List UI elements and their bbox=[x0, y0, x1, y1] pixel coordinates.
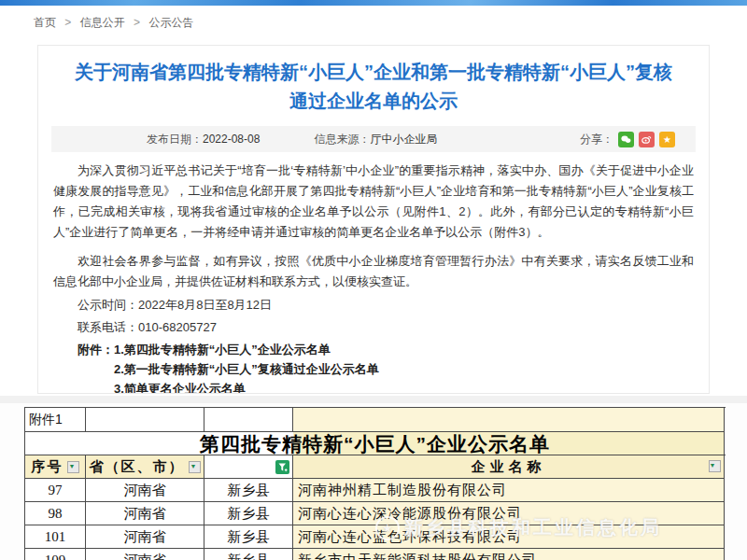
filter-dropdown-icon[interactable]: ▼ bbox=[67, 461, 79, 473]
watermark-logo-icon: ★ bbox=[375, 516, 400, 540]
attachment1-label: 附件1 bbox=[25, 408, 86, 432]
attachments-block: 附件： 1.第四批专精特新“小巨人”企业公示名单 2.第一批专精特新“小巨人”复… bbox=[53, 340, 694, 394]
breadcrumb-info-disclosure[interactable]: 信息公开 bbox=[80, 16, 125, 29]
cell-index: 98 bbox=[25, 502, 86, 525]
cell-city: 新乡县 bbox=[204, 525, 293, 549]
breadcrumb-separator: > bbox=[134, 16, 140, 29]
info-source-label: 信息来源： bbox=[314, 133, 370, 146]
attachment-link-2[interactable]: 2.第一批专精特新“小巨人”复核通过企业公示名单 bbox=[114, 359, 379, 379]
breadcrumb-home[interactable]: 首页 bbox=[34, 16, 56, 29]
breadcrumb-current: 公示公告 bbox=[148, 16, 193, 29]
cell-company: 新乡市中天新能源科技股份有限公司 bbox=[293, 549, 725, 560]
top-nav-strip bbox=[0, 0, 747, 6]
cell-province: 河南省 bbox=[86, 525, 204, 549]
cell-city: 新乡县 bbox=[204, 479, 293, 502]
empty-cell bbox=[86, 408, 204, 432]
attachment-link-3[interactable]: 3.简单更名企业公示名单 bbox=[114, 379, 379, 394]
table-header-row: 序号 ▼ 省（区、市） ▼ 企业名称 ▼ bbox=[25, 455, 726, 479]
contact-phone-line: 联系电话：010-68205727 bbox=[53, 317, 694, 337]
table-row: 109 河南省 新乡县 新乡市中天新能源科技股份有限公司 bbox=[25, 549, 726, 560]
favorite-star-icon[interactable]: ★ bbox=[659, 132, 675, 147]
paragraph: 欢迎社会各界参与监督，如有异议，按照《优质中小企业梯度培育管理暂行办法》中有关要… bbox=[53, 251, 694, 292]
column-header-province: 省（区、市） ▼ bbox=[86, 455, 204, 479]
page: 首页 > 信息公开 > 公示公告 关于河南省第四批专精特新“小巨人”企业和第一批… bbox=[0, 0, 747, 560]
article-body: 为深入贯彻习近平总书记关于“培育一批‘专精特新’中小企业”的重要指示精神，落实中… bbox=[38, 161, 709, 394]
cell-province: 河南省 bbox=[86, 502, 204, 525]
column-header-company: 企业名称 ▼ bbox=[293, 455, 725, 479]
notice-period-line: 公示时间：2022年8月8日至8月12日 bbox=[53, 295, 694, 315]
info-source-value: 厅中小企业局 bbox=[370, 133, 437, 146]
publish-date: 发布日期：2022-08-08 bbox=[147, 132, 260, 147]
cell-company: 河南神州精工制造股份有限公司 bbox=[293, 479, 725, 502]
watermark: ★ 新乡县科技和工业信息化局 bbox=[375, 515, 662, 540]
cell-province: 河南省 bbox=[86, 549, 204, 560]
filter-dropdown-icon[interactable]: ▼ bbox=[709, 460, 721, 472]
column-header-index-label: 序号 bbox=[32, 458, 63, 476]
table-title-row: 第四批专精特新“小巨人”企业公示名单 bbox=[25, 432, 726, 455]
share-bar: 分享： ★ bbox=[580, 132, 675, 147]
paragraph: 为深入贯彻习近平总书记关于“培育一批‘专精特新’中小企业”的重要指示精神，落实中… bbox=[53, 161, 694, 243]
attachment-label-row: 附件1 bbox=[25, 408, 726, 432]
table-title: 第四批专精特新“小巨人”企业公示名单 bbox=[25, 432, 725, 455]
column-header-province-label: 省（区、市） bbox=[90, 458, 185, 476]
article-meta-bar: 发布日期：2022-08-08 信息来源：厅中小企业局 分享： ★ bbox=[51, 126, 696, 152]
share-label: 分享： bbox=[580, 132, 613, 147]
filter-dropdown-icon[interactable]: ▼ bbox=[189, 461, 201, 473]
cell-index: 101 bbox=[25, 525, 86, 549]
empty-cell bbox=[204, 408, 293, 432]
breadcrumb-separator: > bbox=[64, 16, 71, 29]
breadcrumb: 首页 > 信息公开 > 公示公告 bbox=[34, 15, 193, 31]
wechat-icon[interactable] bbox=[618, 132, 634, 147]
cell-index: 109 bbox=[25, 549, 86, 560]
article-panel: 关于河南省第四批专精特新“小巨人”企业和第一批专精特新“小巨人”复核通过企业名单… bbox=[37, 45, 710, 394]
empty-cell bbox=[293, 408, 725, 432]
column-header-company-label: 企业名称 bbox=[472, 458, 546, 476]
attachments-label: 附件： bbox=[78, 340, 114, 394]
filter-active-icon[interactable] bbox=[275, 460, 289, 474]
cell-province: 河南省 bbox=[86, 479, 204, 502]
attachments-list: 1.第四批专精特新“小巨人”企业公示名单 2.第一批专精特新“小巨人”复核通过企… bbox=[114, 340, 379, 394]
article-title: 关于河南省第四批专精特新“小巨人”企业和第一批专精特新“小巨人”复核通过企业名单… bbox=[74, 58, 673, 116]
publish-date-value: 2022-08-08 bbox=[203, 133, 260, 146]
table-row: 97 河南省 新乡县 河南神州精工制造股份有限公司 bbox=[25, 479, 726, 502]
attachment-link-1[interactable]: 1.第四批专精特新“小巨人”企业公示名单 bbox=[114, 340, 379, 359]
spreadsheet-area: 附件1 第四批专精特新“小巨人”企业公示名单 序号 ▼ 省（区、市） ▼ bbox=[0, 403, 747, 560]
cell-city: 新乡县 bbox=[204, 502, 293, 525]
info-source: 信息来源：厅中小企业局 bbox=[314, 132, 437, 147]
column-header-index: 序号 ▼ bbox=[25, 455, 86, 479]
weibo-icon[interactable] bbox=[639, 132, 655, 147]
watermark-text: 新乡县科技和工业信息化局 bbox=[404, 515, 662, 540]
publish-date-label: 发布日期： bbox=[147, 133, 203, 146]
cell-index: 97 bbox=[25, 479, 86, 502]
cell-city: 新乡县 bbox=[204, 549, 293, 560]
column-header-city bbox=[204, 455, 293, 479]
